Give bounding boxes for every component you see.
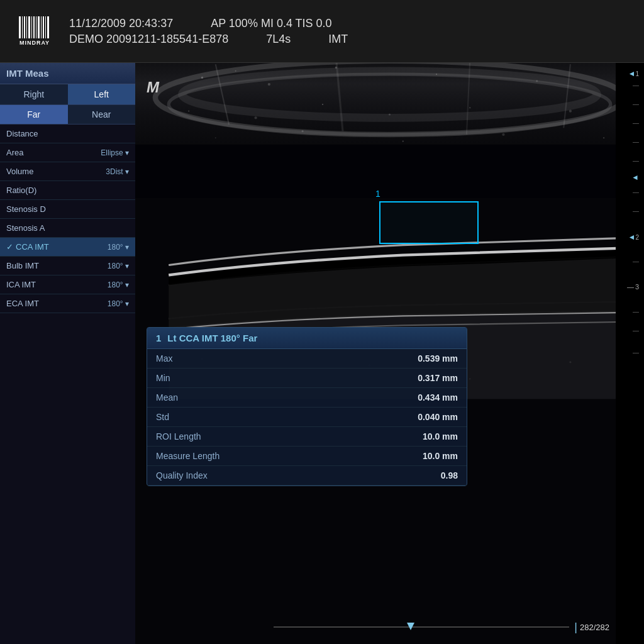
roi-box[interactable]: 1: [379, 201, 479, 244]
svg-point-21: [268, 83, 270, 86]
scale-tick-5: —: [633, 157, 639, 164]
meas-row-std: Std 0.040 mm: [147, 408, 467, 427]
near-button[interactable]: Near: [68, 105, 136, 124]
progress-line: [274, 626, 569, 628]
scale-container: ◄1 — — — — — ◄ — — ◄2 — —3 — — —: [616, 63, 644, 644]
sidebar-item-ratio[interactable]: Ratio(D): [0, 181, 135, 200]
main-area: IMT Meas Right Left Far Near Distance Ar…: [0, 63, 644, 644]
cca-imt-label: ✓CCA IMT: [6, 242, 49, 252]
sidebar-item-distance[interactable]: Distance: [0, 125, 135, 143]
scale-tick-11: —: [633, 349, 639, 356]
eca-imt-label: ECA IMT: [6, 299, 39, 308]
std-label: Std: [156, 412, 169, 422]
header-top-row: 11/12/2009 20:43:37 AP 100% MI 0.4 TIS 0…: [69, 17, 631, 30]
meas-number: 1: [156, 333, 161, 343]
quality-label: Quality Index: [156, 470, 208, 480]
svg-rect-4: [28, 16, 30, 38]
svg-rect-3: [26, 16, 27, 38]
far-button[interactable]: Far: [0, 105, 68, 124]
scale-tick-1: —: [633, 82, 639, 89]
meas-row-mean: Mean 0.434 mm: [147, 388, 467, 408]
stenosis-a-label: Stenosis A: [6, 223, 45, 233]
svg-rect-5: [31, 16, 32, 38]
svg-rect-12: [47, 16, 49, 38]
m-marker: M: [147, 79, 159, 96]
svg-rect-11: [45, 16, 46, 38]
roi-length-value: 10.0 mm: [423, 431, 458, 441]
scale-arrow-mid[interactable]: ◄: [631, 173, 639, 182]
progress-counter: | 282/282: [574, 621, 609, 633]
header-bottom-row: DEMO 20091211-185541-E878 7L4s IMT: [69, 33, 631, 46]
svg-rect-1: [22, 16, 23, 38]
svg-point-30: [569, 110, 572, 113]
sidebar-item-eca-imt[interactable]: ECA IMT 180° ▾: [0, 294, 135, 313]
svg-point-23: [436, 74, 437, 75]
demo-id-label: DEMO 20091211-185541-E878: [69, 33, 228, 46]
sidebar-item-stenosis-a[interactable]: Stenosis A: [0, 219, 135, 238]
measure-length-value: 10.0 mm: [423, 451, 458, 461]
sidebar-item-area[interactable]: Area Ellipse ▾: [0, 143, 135, 162]
sidebar-item-bulb-imt[interactable]: Bulb IMT 180° ▾: [0, 257, 135, 275]
scale-tick-2: —: [633, 101, 639, 108]
meas-row-max: Max 0.539 mm: [147, 349, 467, 369]
scale-tick-9: —: [633, 308, 639, 315]
cca-imt-value: 180° ▾: [108, 243, 129, 252]
max-value: 0.539 mm: [418, 353, 458, 364]
left-button[interactable]: Left: [68, 84, 136, 104]
volume-label: Volume: [6, 167, 33, 176]
ratio-label: Ratio(D): [6, 186, 36, 195]
brand-label: MINDRAY: [19, 40, 50, 46]
sidebar-item-volume[interactable]: Volume 3Dist ▾: [0, 162, 135, 181]
volume-value: 3Dist ▾: [106, 167, 129, 176]
eca-imt-value: 180° ▾: [108, 299, 129, 308]
svg-point-32: [302, 130, 304, 132]
progress-arrow: [407, 623, 414, 630]
mode-label: IMT: [328, 33, 348, 46]
header: MINDRAY 11/12/2009 20:43:37 AP 100% MI 0…: [0, 0, 644, 63]
svg-rect-7: [36, 16, 36, 38]
sidebar-item-ica-imt[interactable]: ICA IMT 180° ▾: [0, 275, 135, 294]
scale-tick-7: —: [633, 208, 639, 214]
sidebar-item-stenosis-d[interactable]: Stenosis D: [0, 200, 135, 219]
sidebar: IMT Meas Right Left Far Near Distance Ar…: [0, 63, 135, 644]
std-value: 0.040 mm: [418, 412, 458, 422]
svg-point-24: [536, 80, 538, 82]
svg-point-26: [254, 116, 257, 119]
svg-rect-0: [19, 16, 21, 38]
scale-tick-4: —: [633, 138, 639, 145]
min-label: Min: [156, 373, 170, 383]
bulb-imt-label: Bulb IMT: [6, 261, 39, 270]
scale-arrow-2[interactable]: ◄2: [628, 233, 639, 242]
scale-tick-8: —: [633, 258, 639, 265]
sidebar-item-cca-imt[interactable]: ✓CCA IMT 180° ▾: [0, 238, 135, 257]
measure-length-label: Measure Length: [156, 451, 219, 461]
logo-area: MINDRAY: [13, 16, 57, 46]
roi-length-label: ROI Length: [156, 431, 201, 441]
svg-point-20: [235, 70, 236, 72]
min-value: 0.317 mm: [418, 373, 458, 383]
scale-arrow-1[interactable]: ◄1: [628, 69, 639, 78]
imt-meas-title: IMT Meas: [0, 63, 135, 84]
right-button[interactable]: Right: [0, 84, 68, 104]
svg-point-19: [201, 77, 203, 79]
svg-point-31: [215, 137, 216, 138]
probe-label: 7L4s: [266, 33, 291, 46]
progress-bar-area: | 282/282: [274, 621, 609, 633]
right-left-toggle: Right Left: [0, 84, 135, 105]
meas-row-quality: Quality Index 0.98: [147, 466, 467, 486]
quality-value: 0.98: [441, 470, 458, 480]
svg-rect-2: [24, 16, 25, 38]
meas-row-min: Min 0.317 mm: [147, 369, 467, 388]
progress-value: 282/282: [580, 623, 609, 632]
meas-title: Lt CCA IMT 180° Far: [167, 333, 257, 343]
svg-point-35: [603, 137, 604, 138]
area-label: Area: [6, 148, 23, 157]
datetime-label: 11/12/2009 20:43:37: [69, 17, 173, 30]
ica-imt-value: 180° ▾: [108, 280, 129, 289]
ica-imt-label: ICA IMT: [6, 280, 36, 289]
svg-point-40: [569, 361, 571, 363]
measurement-panel: 1 Lt CCA IMT 180° Far Max 0.539 mm Min 0…: [147, 327, 467, 486]
mean-label: Mean: [156, 392, 178, 402]
scale-tick-10: —: [633, 327, 639, 334]
bulb-imt-value: 180° ▾: [108, 262, 129, 270]
